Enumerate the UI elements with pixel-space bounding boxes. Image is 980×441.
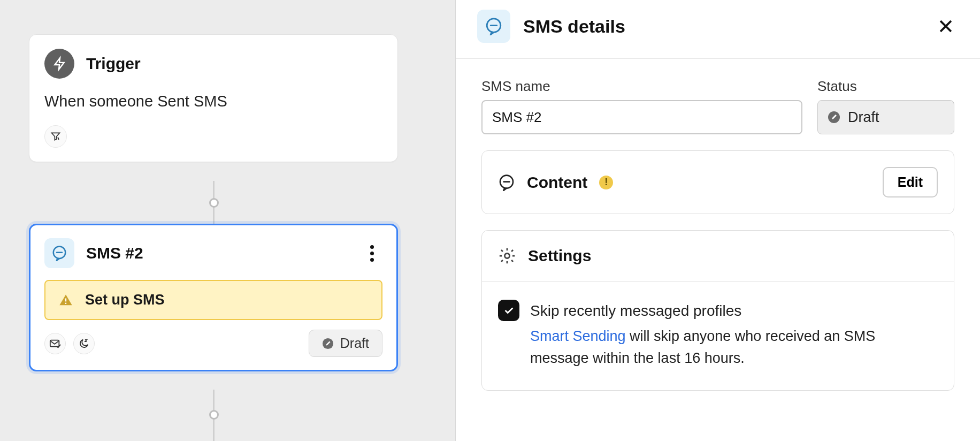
- content-title: Content: [527, 173, 587, 192]
- close-icon: [937, 17, 955, 35]
- pencil-circle-icon: [828, 111, 840, 124]
- setup-sms-text: Set up SMS: [85, 292, 165, 308]
- sms-node-title: SMS #2: [86, 244, 349, 262]
- trigger-title: Trigger: [86, 55, 141, 73]
- skip-title: Skip recently messaged profiles: [530, 300, 938, 322]
- details-panel: SMS details SMS name Status Draft: [456, 0, 980, 441]
- panel-title: SMS details: [523, 16, 920, 37]
- status-display: Draft: [817, 100, 954, 134]
- connector-dot: [209, 410, 219, 420]
- settings-title: Settings: [528, 247, 591, 265]
- sms-name-label: SMS name: [481, 78, 802, 95]
- warning-icon: [58, 293, 73, 308]
- settings-card: Settings Skip recently messaged profiles…: [481, 230, 954, 391]
- svg-rect-3: [50, 340, 59, 346]
- status-value: Draft: [848, 109, 879, 126]
- more-options-button[interactable]: [361, 242, 382, 264]
- status-text: Draft: [340, 336, 369, 351]
- moon-snooze-icon[interactable]: [73, 333, 95, 354]
- status-badge: Draft: [309, 330, 382, 357]
- trigger-node[interactable]: Trigger When someone Sent SMS: [29, 34, 398, 162]
- svg-rect-2: [65, 302, 66, 303]
- status-label: Status: [817, 78, 954, 95]
- edit-content-button[interactable]: Edit: [883, 167, 938, 197]
- envelope-check-icon[interactable]: [44, 333, 66, 354]
- gear-icon: [498, 247, 516, 265]
- setup-sms-banner[interactable]: Set up SMS: [44, 280, 382, 320]
- sms-icon: [477, 10, 510, 43]
- trigger-description: When someone Sent SMS: [44, 93, 382, 110]
- sms-name-input[interactable]: [481, 100, 802, 134]
- content-card: Content ! Edit: [481, 150, 954, 214]
- pencil-circle-icon: [322, 338, 334, 349]
- skip-checkbox[interactable]: [498, 300, 519, 321]
- smart-sending-link[interactable]: Smart Sending: [530, 328, 626, 344]
- bolt-icon: [44, 49, 74, 79]
- connector-dot: [209, 198, 219, 208]
- sms-outline-icon: [498, 174, 515, 191]
- close-button[interactable]: [933, 13, 959, 39]
- panel-header: SMS details: [456, 0, 980, 59]
- sms-node[interactable]: SMS #2 Set up SMS Draft: [29, 224, 398, 371]
- warning-badge-icon: !: [599, 176, 613, 189]
- check-icon: [503, 305, 515, 316]
- svg-rect-1: [65, 298, 66, 301]
- sms-icon: [44, 238, 74, 268]
- flow-canvas[interactable]: Trigger When someone Sent SMS SMS #2: [0, 0, 456, 441]
- filter-icon[interactable]: [44, 125, 67, 148]
- svg-point-8: [504, 253, 509, 258]
